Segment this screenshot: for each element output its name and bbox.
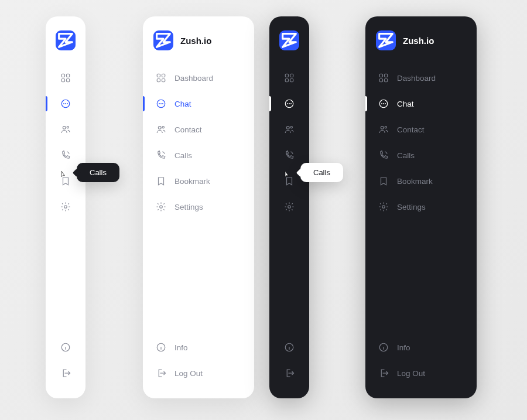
nav-settings[interactable]: Settings (143, 196, 254, 218)
nav-logout[interactable]: Log Out (143, 362, 254, 384)
cursor-icon (283, 170, 292, 180)
nav-label: Bookmark (397, 177, 433, 186)
nav-chat[interactable] (269, 93, 309, 115)
nav-contact[interactable]: Contact (365, 118, 477, 141)
sidebar-dark-expanded: Zush.io Dashboard Chat Contact Calls Boo… (365, 16, 477, 398)
nav-bookmark[interactable]: Bookmark (143, 170, 254, 192)
nav-logout[interactable] (46, 362, 85, 384)
main-menu: Dashboard Chat Contact Calls Bookmark Se… (365, 67, 477, 218)
sidebar-light-expanded: Zush.io Dashboard Chat Contact Calls Boo… (143, 16, 254, 398)
nav-label: Contact (174, 125, 202, 134)
grid-icon (60, 73, 71, 83)
gear-icon (60, 202, 71, 212)
nav-label: Settings (397, 203, 426, 211)
cursor-icon (59, 170, 69, 180)
info-icon (60, 342, 71, 353)
brand-name: Zush.io (180, 36, 211, 46)
sidebar-dark-collapsed (269, 16, 309, 398)
nav-settings[interactable]: Settings (365, 196, 477, 218)
nav-label: Chat (397, 100, 414, 108)
nav-dashboard[interactable]: Dashboard (143, 67, 254, 89)
chat-icon (60, 98, 71, 109)
footer-menu: Info Log Out (365, 336, 477, 384)
footer-menu (46, 336, 85, 384)
main-menu (269, 67, 309, 218)
chat-icon (378, 98, 389, 109)
grid-icon (284, 73, 295, 83)
tooltip-label: Calls (90, 168, 107, 177)
contact-icon (284, 124, 295, 135)
logout-icon (156, 368, 166, 378)
logo (279, 30, 299, 50)
nav-label: Bookmark (174, 177, 210, 186)
logo (56, 30, 76, 50)
tooltip-label: Calls (313, 168, 330, 177)
logo (153, 30, 173, 50)
nav-calls[interactable]: Calls (143, 144, 254, 166)
nav-dashboard[interactable] (269, 67, 309, 89)
phone-icon (60, 150, 71, 161)
brand: Zush.io (143, 30, 254, 67)
nav-label: Chat (174, 100, 191, 108)
tooltip-calls-light: Calls (300, 163, 343, 182)
chat-icon (156, 98, 166, 109)
nav-info[interactable] (269, 336, 309, 358)
nav-info[interactable]: Info (143, 336, 254, 358)
footer-menu (269, 336, 309, 384)
nav-settings[interactable] (269, 196, 309, 218)
nav-dashboard[interactable]: Dashboard (365, 67, 477, 89)
tooltip-calls-dark: Calls (77, 163, 119, 182)
phone-icon (156, 150, 166, 161)
nav-label: Contact (397, 125, 425, 134)
contact-icon (378, 124, 389, 135)
bookmark-icon (378, 176, 389, 186)
info-icon (378, 342, 389, 353)
nav-calls[interactable]: Calls (365, 144, 477, 166)
contact-icon (60, 124, 71, 135)
gear-icon (284, 202, 295, 212)
logout-icon (378, 368, 389, 378)
gear-icon (156, 202, 166, 212)
nav-logout[interactable] (269, 362, 309, 384)
nav-label: Info (397, 343, 410, 352)
brand-name: Zush.io (403, 36, 434, 46)
nav-label: Info (174, 343, 188, 352)
nav-chat[interactable]: Chat (143, 93, 254, 115)
logout-icon (60, 368, 71, 378)
nav-label: Log Out (397, 369, 425, 378)
nav-label: Dashboard (397, 74, 436, 83)
nav-chat[interactable] (46, 93, 85, 115)
nav-info[interactable] (46, 336, 85, 358)
bookmark-icon (156, 176, 166, 186)
nav-contact[interactable] (46, 118, 85, 141)
nav-chat[interactable]: Chat (365, 93, 477, 115)
grid-icon (156, 73, 166, 83)
nav-label: Calls (397, 151, 415, 160)
logo (376, 30, 396, 50)
brand (46, 30, 85, 67)
grid-icon (378, 73, 389, 83)
info-icon (284, 342, 295, 353)
nav-label: Dashboard (174, 74, 213, 83)
phone-icon (284, 150, 295, 161)
contact-icon (156, 124, 166, 135)
nav-contact[interactable]: Contact (143, 118, 254, 141)
nav-label: Calls (174, 151, 192, 160)
info-icon (156, 342, 166, 353)
nav-label: Settings (174, 203, 203, 211)
main-menu: Dashboard Chat Contact Calls Bookmark Se… (143, 67, 254, 218)
footer-menu: Info Log Out (143, 336, 254, 384)
brand (269, 30, 309, 67)
sidebar-light-collapsed (46, 16, 85, 398)
nav-label: Log Out (174, 369, 203, 378)
nav-info[interactable]: Info (365, 336, 477, 358)
phone-icon (378, 150, 389, 161)
nav-dashboard[interactable] (46, 67, 85, 89)
nav-logout[interactable]: Log Out (365, 362, 477, 384)
chat-icon (284, 98, 295, 109)
logout-icon (284, 368, 295, 378)
nav-contact[interactable] (269, 118, 309, 141)
main-menu (46, 67, 85, 218)
nav-settings[interactable] (46, 196, 85, 218)
nav-bookmark[interactable]: Bookmark (365, 170, 477, 192)
